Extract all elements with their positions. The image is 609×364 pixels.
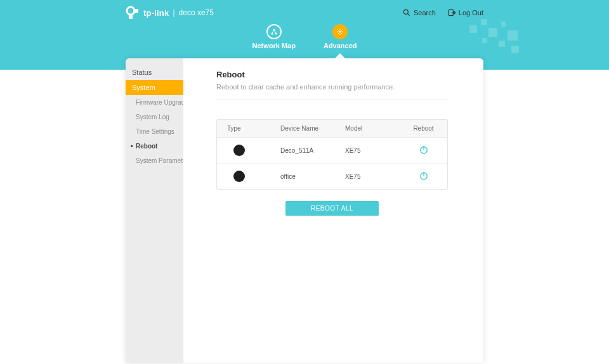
- tab-advanced[interactable]: Advanced: [324, 24, 357, 49]
- brand-text: tp-link: [143, 8, 169, 18]
- cell-reboot: [400, 170, 447, 183]
- page-description: Reboot to clear cache and enhance runnin…: [216, 83, 448, 91]
- content-area: Reboot Reboot to clear cache and enhance…: [183, 58, 483, 363]
- cell-model: XE75: [339, 173, 400, 180]
- reboot-device-button[interactable]: [418, 144, 429, 155]
- network-map-icon: [266, 24, 282, 39]
- sidebar-sub-firmware-upgrade[interactable]: Firmware Upgrade: [126, 95, 183, 110]
- sidebar-sub-reboot[interactable]: Reboot: [126, 139, 183, 153]
- sidebar-item-system[interactable]: System: [126, 80, 183, 95]
- sidebar-sub-time-settings[interactable]: Time Settings: [126, 124, 183, 139]
- th-device-name: Device Name: [274, 120, 339, 137]
- sidebar-sub-system-parameters[interactable]: System Parameters: [126, 153, 183, 168]
- svg-line-16: [338, 33, 339, 34]
- svg-rect-19: [481, 19, 487, 25]
- sidebar: Status System Firmware Upgrade System Lo…: [126, 58, 183, 363]
- svg-rect-22: [508, 30, 518, 41]
- tab-advanced-label: Advanced: [324, 42, 357, 49]
- table-row: Deco_511A XE75: [217, 138, 447, 164]
- tab-network-map[interactable]: Network Map: [252, 24, 295, 49]
- svg-rect-21: [501, 22, 506, 27]
- th-type: Type: [217, 120, 274, 137]
- device-table: Type Device Name Model Reboot Deco_511A …: [216, 119, 448, 190]
- table-row: office XE75: [217, 164, 447, 189]
- svg-point-9: [339, 31, 341, 33]
- svg-rect-18: [469, 25, 477, 33]
- search-label: Search: [414, 9, 436, 16]
- cell-type: [217, 145, 274, 156]
- cell-device-name: Deco_511A: [274, 147, 339, 154]
- reboot-all-button[interactable]: REBOOT ALL: [285, 201, 379, 216]
- logout-button[interactable]: Log Out: [447, 8, 483, 17]
- svg-line-15: [341, 33, 343, 34]
- power-icon: [418, 144, 429, 155]
- sidebar-subitems: Firmware Upgrade System Log Time Setting…: [126, 95, 183, 168]
- sidebar-sub-system-log[interactable]: System Log: [126, 110, 183, 124]
- page-title: Reboot: [216, 70, 448, 79]
- main-panel: Status System Firmware Upgrade System Lo…: [126, 58, 483, 363]
- table-header-row: Type Device Name Model Reboot: [217, 120, 447, 138]
- reboot-device-button[interactable]: [418, 170, 429, 181]
- svg-rect-2: [133, 9, 138, 13]
- svg-point-3: [403, 10, 408, 14]
- sidebar-item-status[interactable]: Status: [126, 65, 183, 80]
- svg-rect-20: [488, 28, 497, 37]
- decorative-pixels: [469, 19, 527, 63]
- svg-line-14: [338, 30, 339, 31]
- search-icon: [402, 8, 411, 17]
- logout-label: Log Out: [459, 9, 483, 16]
- device-icon: [233, 171, 245, 182]
- th-model: Model: [339, 120, 400, 137]
- search-button[interactable]: Search: [402, 8, 436, 17]
- cell-device-name: office: [274, 173, 339, 180]
- svg-rect-24: [482, 38, 487, 43]
- logo-area: tp-link | deco xe75: [126, 5, 214, 20]
- svg-rect-25: [511, 46, 519, 53]
- model-text: deco xe75: [179, 8, 214, 17]
- svg-rect-1: [129, 14, 133, 19]
- advanced-icon: [332, 24, 348, 39]
- cell-type: [217, 171, 274, 182]
- title-divider: [216, 100, 448, 110]
- cell-reboot: [400, 144, 447, 157]
- reboot-all-container: REBOOT ALL: [216, 201, 448, 216]
- svg-rect-23: [499, 41, 505, 47]
- th-reboot: Reboot: [400, 120, 447, 137]
- device-icon: [233, 145, 245, 156]
- svg-line-4: [408, 14, 410, 16]
- logout-icon: [447, 8, 456, 17]
- brand-separator: |: [173, 8, 174, 17]
- svg-line-17: [341, 30, 343, 31]
- power-icon: [418, 170, 429, 181]
- tp-link-logo-icon: [126, 5, 141, 20]
- cell-model: XE75: [339, 147, 400, 154]
- tab-network-map-label: Network Map: [252, 42, 295, 49]
